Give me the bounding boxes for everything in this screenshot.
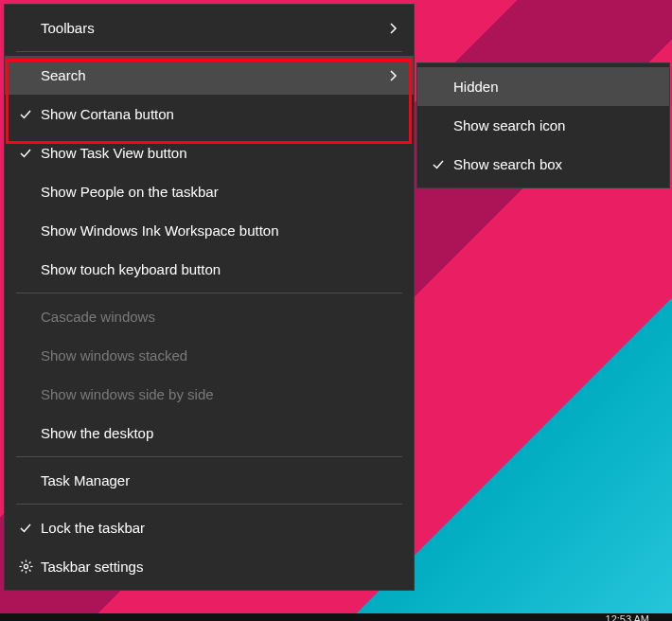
menu-label: Lock the taskbar bbox=[37, 520, 400, 536]
check-icon bbox=[14, 147, 37, 160]
taskbar-context-menu: Toolbars Search Show Cortana button Show… bbox=[4, 4, 415, 591]
chevron-right-icon bbox=[387, 70, 400, 81]
menu-label: Show Windows Ink Workspace button bbox=[37, 222, 400, 239]
menu-show-cortana[interactable]: Show Cortana button bbox=[5, 95, 414, 133]
svg-point-0 bbox=[24, 564, 27, 568]
menu-label: Show touch keyboard button bbox=[37, 261, 400, 277]
menu-show-desktop[interactable]: Show the desktop bbox=[5, 414, 414, 452]
taskbar[interactable]: 12:53 AM bbox=[0, 613, 672, 621]
gear-icon bbox=[14, 559, 37, 574]
menu-task-manager[interactable]: Task Manager bbox=[5, 461, 414, 500]
menu-label: Show search box bbox=[450, 156, 656, 172]
menu-windows-side-by-side: Show windows side by side bbox=[5, 375, 414, 414]
menu-label: Cascade windows bbox=[37, 309, 400, 325]
menu-show-ink[interactable]: Show Windows Ink Workspace button bbox=[5, 211, 414, 250]
chevron-right-icon bbox=[387, 23, 400, 34]
separator bbox=[16, 293, 402, 293]
menu-label: Show search icon bbox=[450, 117, 656, 133]
check-icon bbox=[14, 522, 37, 535]
menu-lock-taskbar[interactable]: Lock the taskbar bbox=[5, 508, 414, 547]
menu-label: Show the desktop bbox=[37, 425, 400, 441]
separator bbox=[16, 456, 402, 457]
menu-show-people[interactable]: Show People on the taskbar bbox=[5, 172, 414, 211]
menu-label: Hidden bbox=[450, 79, 656, 95]
svg-line-6 bbox=[28, 570, 30, 572]
menu-label: Taskbar settings bbox=[37, 559, 400, 575]
menu-windows-stacked: Show windows stacked bbox=[5, 336, 414, 375]
menu-toolbars[interactable]: Toolbars bbox=[5, 9, 414, 47]
menu-label: Search bbox=[37, 67, 387, 83]
menu-label: Show People on the taskbar bbox=[37, 184, 400, 200]
menu-label: Show Task View button bbox=[37, 145, 400, 161]
submenu-hidden[interactable]: Hidden bbox=[417, 67, 669, 106]
separator bbox=[16, 51, 402, 52]
menu-taskbar-settings[interactable]: Taskbar settings bbox=[5, 547, 414, 586]
menu-label: Toolbars bbox=[37, 20, 387, 36]
menu-label: Show windows side by side bbox=[37, 386, 400, 402]
menu-label: Show Cortana button bbox=[37, 106, 400, 122]
svg-line-7 bbox=[21, 570, 23, 572]
svg-line-5 bbox=[21, 562, 23, 564]
check-icon bbox=[427, 158, 450, 171]
menu-label: Show windows stacked bbox=[37, 347, 400, 364]
menu-search[interactable]: Search bbox=[5, 56, 414, 95]
menu-cascade-windows: Cascade windows bbox=[5, 297, 414, 336]
submenu-show-search-box[interactable]: Show search box bbox=[417, 145, 669, 184]
check-icon bbox=[14, 108, 37, 121]
menu-show-task-view[interactable]: Show Task View button bbox=[5, 133, 414, 172]
menu-show-touch-keyboard[interactable]: Show touch keyboard button bbox=[5, 250, 414, 289]
taskbar-clock[interactable]: 12:53 AM bbox=[606, 613, 649, 621]
menu-label: Task Manager bbox=[37, 472, 400, 488]
search-submenu: Hidden Show search icon Show search box bbox=[416, 62, 670, 188]
svg-line-8 bbox=[28, 562, 30, 564]
submenu-show-search-icon[interactable]: Show search icon bbox=[417, 106, 669, 145]
separator bbox=[16, 504, 402, 505]
